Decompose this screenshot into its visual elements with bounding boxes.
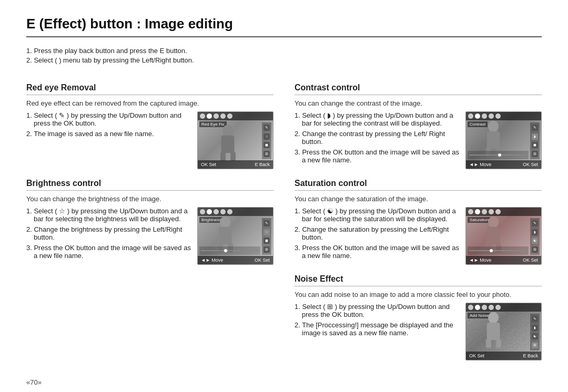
red-eye-step-1: 1. Select ( ✎ ) by pressing the Up/Down … [26,111,192,127]
left-column: Red eye Removal Red eye effect can be re… [26,74,273,364]
saturation-bottom-left: ◄► Move [469,257,491,263]
n-ctrl-4: ⊞ [532,342,538,348]
svg-rect-13 [487,227,500,244]
brightness-step-2: 2. Change the brightness by pressing the… [26,225,192,241]
brightness-slider [199,246,260,255]
svg-point-4 [220,216,230,228]
brightness-step-3: 3. Press the OK button and the image wil… [26,244,192,260]
toolbar-icon-2 [207,114,212,119]
toolbar-icon-n3 [482,305,487,310]
contrast-slider [468,151,529,159]
section-title-saturation: Saturation control [295,179,542,191]
contrast-bottom-left: ◄► Move [469,162,491,167]
contrast-sidebar-controls: ✎ ◗ ◼ ⊞ [530,122,540,159]
ctrl-1: ✎ [263,125,270,131]
toolbar-icon-4 [220,114,226,119]
contrast-bottom-right: OK Set [523,162,538,167]
toolbar-icon-s3 [482,209,487,214]
toolbar-icon-c5 [495,114,501,119]
noise-step-2: 2. The [Proccessing!] message be display… [295,321,460,337]
b-ctrl-1: ✎ [263,220,270,226]
contrast-camera-preview: Contrast ✎ ◗ ◼ ⊞ [465,111,542,169]
n-ctrl-3: ☯ [532,333,538,339]
red-eye-step-2: 2. The image is saved as a new file name… [26,130,192,138]
toolbar-icon-b1 [200,209,205,214]
svg-rect-1 [221,136,235,153]
contrast-step-2: 2. Change the contrast by pressing the L… [295,130,460,146]
ctrl-3: ◼ [263,142,270,148]
toolbar-icon-c1 [468,114,473,119]
red-eye-steps: 1. Select ( ✎ ) by pressing the Up/Down … [26,111,192,140]
toolbar-icon-1 [200,114,205,119]
saturation-sidebar-controls: ✎ ◗ ☯ ⊞ [530,218,540,255]
svg-rect-5 [219,227,232,244]
svg-point-12 [488,216,499,228]
section-desc-contrast: You can change the contrast of the image… [295,99,542,107]
toolbar-icon-n1 [468,305,473,310]
brightness-bottom-left: ◄► Move [201,257,223,263]
saturation-steps: 1. Select ( ☯ ) by pressing the Up/Down … [295,207,460,262]
c-ctrl-2: ◗ [532,133,538,140]
sidebar-controls: ✎ ☆ ◼ ⊞ [262,122,271,159]
noise-steps: 1. Select ( ⊞ ) by pressing the Up/Down … [295,303,460,339]
ctrl-4: ⊞ [263,151,270,157]
toolbar-icon-b3 [214,209,219,214]
svg-rect-3 [230,152,236,161]
c-ctrl-4: ⊞ [532,151,538,157]
person-silhouette-noise [479,311,508,350]
noise-step-1: 1. Select ( ⊞ ) by pressing the Up/Down … [295,303,460,318]
noise-bottom-left: OK Set [469,353,484,358]
saturation-step-2: 2. Change the saturation by pressing the… [295,225,460,241]
section-title-red-eye: Red eye Removal [26,83,273,95]
c-ctrl-1: ✎ [532,125,538,131]
toolbar-icon-c4 [489,114,494,119]
section-desc-red-eye: Red eye effect can be removed from the c… [26,99,273,107]
saturation-bottom-right: OK Set [523,257,538,263]
noise-bottom-right: E Back [523,353,538,358]
toolbar-icon-3 [214,114,219,119]
brightness-sidebar-controls: ✎ ☆ ◼ ⊞ [262,218,271,255]
person-silhouette-red-eye [214,124,242,163]
noise-bottom-bar: OK Set E Back [466,352,541,360]
contrast-step-1: 1. Select ( ◗ ) by pressing the Up/Down … [295,111,460,127]
svg-rect-17 [487,323,500,340]
b-ctrl-2: ☆ [263,229,270,235]
right-column: Contrast control You can change the cont… [295,74,542,364]
toolbar-icon-5 [227,114,232,119]
b-ctrl-3: ◼ [263,238,270,244]
toolbar-icon-n4 [489,305,494,310]
svg-rect-19 [496,339,501,348]
toolbar-icon-s1 [468,209,473,214]
s-ctrl-2: ◗ [532,229,538,235]
svg-rect-2 [220,152,226,161]
section-desc-brightness: You can change the brightness of the ima… [26,195,273,203]
svg-point-8 [488,121,499,132]
section-title-brightness: Brightness control [26,179,273,191]
ctrl-2: ☆ [263,133,270,140]
s-ctrl-1: ✎ [532,220,538,226]
saturation-slider [468,246,529,255]
saturation-step-3: 3. Press the OK button and the image wil… [295,244,460,260]
contrast-step-3: 3. Press the OK button and the image wil… [295,148,460,164]
svg-rect-18 [486,339,491,348]
svg-rect-9 [487,131,500,149]
saturation-step-1: 1. Select ( ☯ ) by pressing the Up/Down … [295,207,460,223]
contrast-steps: 1. Select ( ◗ ) by pressing the Up/Down … [295,111,460,167]
red-eye-camera-preview: Red Eye Fix ✎ ☆ ◼ ⊞ OK Set E Back [197,111,273,169]
section-title-contrast: Contrast control [295,83,542,95]
saturation-camera-preview: Saturation ✎ ◗ ☯ ⊞ [465,207,542,265]
intro-item-2: 2. Select ( ) menu tab by pressing the L… [26,56,542,64]
toolbar-icon-s2 [475,209,480,214]
toolbar-icon-b5 [227,209,232,214]
brightness-bottom-right: OK Set [255,257,270,263]
page-title: E (Effect) button : Image editing [26,16,542,37]
intro-item-1: 1. Press the play back button and press … [26,47,542,55]
b-ctrl-4: ⊞ [263,246,270,253]
toolbar-icon-b2 [207,209,212,214]
noise-camera-preview: Add Noise ✎ ◗ ☯ ⊞ OK Set E Back [465,303,542,360]
section-desc-saturation: You can change the saturation of the ima… [295,195,542,203]
saturation-bottom-bar: ◄► Move OK Set [466,256,541,264]
bottom-back: E Back [255,162,270,167]
svg-point-0 [222,125,233,137]
brightness-step-1: 1. Select ( ☆ ) by pressing the Up/Down … [26,207,192,223]
